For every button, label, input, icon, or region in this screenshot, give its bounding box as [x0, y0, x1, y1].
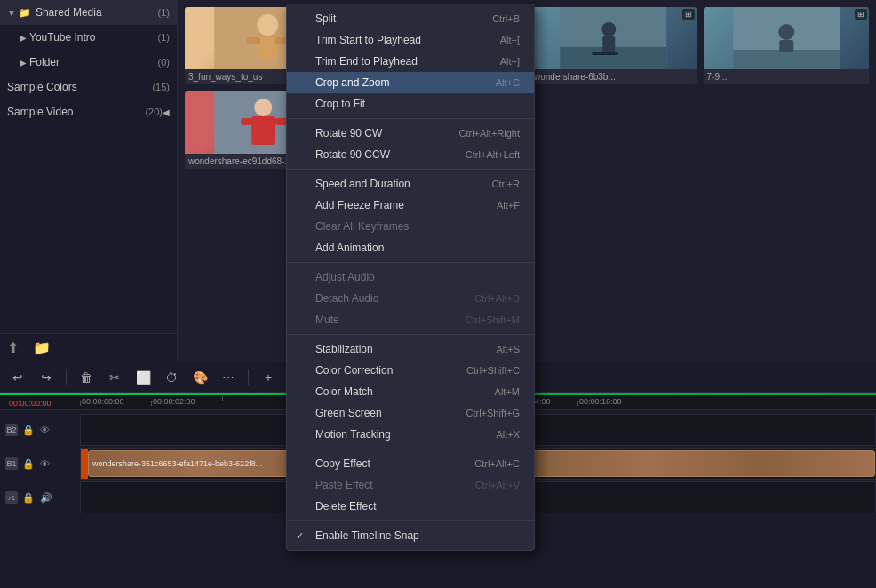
- ctx-mute-shortcut: Ctrl+Shift+M: [466, 314, 520, 325]
- ctx-color-match-label: Color Match: [315, 385, 474, 398]
- audio-1-lock[interactable]: 🔒: [21, 491, 36, 505]
- sidebar-item-sample-colors[interactable]: Sample Colors (15): [0, 75, 177, 99]
- audio-1-volume[interactable]: 🔊: [39, 491, 53, 505]
- ctx-trim-start-label: Trim Start to Playhead: [315, 34, 479, 46]
- import-media-button[interactable]: ⬆: [7, 339, 19, 356]
- ctx-add-animation-label: Add Animation: [315, 242, 498, 254]
- ctx-rotate-ccw[interactable]: Rotate 90 CCW Ctrl+Alt+Left: [287, 144, 534, 165]
- ctx-rotate-cw[interactable]: Rotate 90 CW Ctrl+Alt+Right: [287, 123, 534, 144]
- sidebar-label-folder: Folder: [29, 56, 155, 68]
- ctx-green-screen[interactable]: Green Screen Ctrl+Shift+G: [287, 402, 534, 424]
- more-button[interactable]: ⋯: [218, 367, 239, 388]
- ctx-trim-end[interactable]: Trim End to Playhead Alt+]: [287, 51, 534, 72]
- ctx-sep-4: [287, 334, 534, 335]
- ctx-color-match[interactable]: Color Match Alt+M: [287, 381, 534, 402]
- sidebar-item-youtube-intro[interactable]: ▶ YouTube Intro (1): [0, 25, 177, 50]
- ctx-freeze-frame[interactable]: Add Freeze Frame Alt+F: [287, 195, 534, 216]
- redo-button[interactable]: ↪: [36, 367, 57, 388]
- ctx-color-correction-label: Color Correction: [315, 364, 445, 377]
- ctx-trim-end-shortcut: Alt+]: [500, 56, 520, 67]
- ctx-speed-duration-label: Speed and Duration: [315, 178, 471, 190]
- ctx-split[interactable]: Split Ctrl+B: [287, 8, 534, 29]
- thumb-overlay-ws79: ⊞: [855, 9, 867, 20]
- ctx-green-screen-label: Green Screen: [315, 407, 444, 419]
- ctx-motion-tracking[interactable]: Motion Tracking Alt+X: [287, 424, 534, 445]
- sidebar-arrow-shared-media: ▼: [7, 8, 16, 18]
- ctx-mute-label: Mute: [315, 314, 444, 326]
- sidebar-item-shared-media[interactable]: ▼ 📁 Shared Media (1): [0, 0, 177, 25]
- cut-button[interactable]: ✂: [104, 367, 125, 388]
- track-1-clip-label: wondershare-351c6653-efa1471e-beb3-622f8…: [92, 459, 262, 468]
- track-2-eye[interactable]: 👁: [39, 424, 51, 436]
- undo-button[interactable]: ↩: [7, 367, 28, 388]
- sidebar-arrow-youtube: ▶: [20, 33, 27, 43]
- speed-button[interactable]: ⏱: [161, 367, 182, 388]
- track-1-lock[interactable]: 🔒: [21, 457, 36, 471]
- sidebar-count-youtube: (1): [158, 32, 170, 43]
- ctx-paste-effect: Paste Effect Ctrl+Alt+V: [287, 474, 534, 496]
- track-1-eye[interactable]: 👁: [39, 457, 51, 470]
- ctx-crop-zoom-label: Crop and Zoom: [315, 76, 474, 89]
- thumb-label-ws79: 7-9...: [704, 69, 870, 84]
- sidebar-item-folder[interactable]: ▶ Folder (0): [0, 50, 177, 75]
- ctx-crop-fit[interactable]: Crop to Fit: [287, 93, 534, 115]
- ctx-copy-effect-shortcut: Ctrl+Alt+C: [474, 458, 520, 469]
- ctx-green-screen-shortcut: Ctrl+Shift+G: [466, 408, 520, 418]
- delete-button[interactable]: 🗑: [76, 367, 97, 388]
- ctx-copy-effect-label: Copy Effect: [315, 457, 453, 470]
- sidebar-count-sample-video: (20): [145, 107, 163, 117]
- add-folder-button[interactable]: 📁: [33, 339, 51, 356]
- ctx-trim-start-shortcut: Alt+[: [500, 35, 520, 45]
- sidebar-item-sample-video[interactable]: Sample Video (20) ◀: [0, 99, 177, 124]
- ctx-sep-6: [287, 520, 534, 521]
- crop-button[interactable]: ⬜: [132, 367, 154, 388]
- ctx-enable-snap-label: Enable Timeline Snap: [315, 529, 498, 542]
- ctx-mute: Mute Ctrl+Shift+M: [287, 309, 534, 330]
- ctx-sep-2: [287, 169, 534, 170]
- ctx-paste-effect-label: Paste Effect: [315, 479, 454, 491]
- ctx-crop-fit-label: Crop to Fit: [315, 98, 498, 110]
- svg-rect-18: [779, 40, 793, 52]
- ctx-stabilization-shortcut: Alt+S: [496, 344, 520, 354]
- ctx-split-label: Split: [315, 12, 471, 25]
- sidebar-count-sample-colors: (15): [152, 82, 170, 92]
- ctx-trim-start[interactable]: Trim Start to Playhead Alt+[: [287, 29, 534, 51]
- ctx-speed-duration-shortcut: Ctrl+R: [492, 179, 520, 189]
- sidebar-label-youtube: YouTube Intro: [29, 31, 155, 44]
- ctx-speed-duration[interactable]: Speed and Duration Ctrl+R: [287, 173, 534, 195]
- sidebar-arrow-sample-video: ◀: [163, 107, 170, 117]
- track-2-lock[interactable]: 🔒: [21, 424, 36, 437]
- media-thumb-ws79[interactable]: ⊞ 7-9...: [704, 7, 870, 84]
- ctx-delete-effect[interactable]: Delete Effect: [287, 496, 534, 517]
- ctx-color-correction-shortcut: Ctrl+Shift+C: [466, 365, 520, 376]
- ctx-rotate-ccw-label: Rotate 90 CCW: [315, 148, 444, 161]
- ctx-crop-zoom[interactable]: Crop and Zoom Alt+C: [287, 72, 534, 93]
- ctx-copy-effect[interactable]: Copy Effect Ctrl+Alt+C: [287, 453, 534, 474]
- svg-point-1: [257, 14, 278, 36]
- track-1-start-marker: [81, 449, 88, 479]
- ruler-mark-1: 00:00:02:00: [151, 397, 222, 406]
- sidebar: ▼ 📁 Shared Media (1) ▶ YouTube Intro (1)…: [0, 0, 178, 362]
- context-menu: Split Ctrl+B Trim Start to Playhead Alt+…: [286, 4, 535, 551]
- color-button[interactable]: 🎨: [189, 367, 211, 388]
- ctx-stabilization-label: Stabilization: [315, 343, 474, 355]
- ctx-enable-snap[interactable]: ✓ Enable Timeline Snap: [287, 525, 534, 546]
- ctx-stabilization[interactable]: Stabilization Alt+S: [287, 338, 534, 360]
- svg-rect-22: [251, 116, 275, 145]
- svg-rect-16: [733, 50, 840, 69]
- ctx-split-shortcut: Ctrl+B: [492, 13, 520, 24]
- ctx-rotate-cw-label: Rotate 90 CW: [315, 127, 438, 139]
- media-thumb-ws6b[interactable]: ⊞ wondershare-6b3b...: [530, 7, 697, 84]
- svg-rect-23: [241, 118, 253, 125]
- track-2-controls: B2 🔒 👁: [0, 424, 80, 437]
- thumb-overlay-ws6b: ⊞: [682, 9, 695, 20]
- sidebar-bottom-icons: ⬆ 📁: [0, 333, 177, 362]
- add-track-button[interactable]: +: [258, 367, 279, 388]
- svg-point-17: [778, 24, 794, 40]
- ctx-color-correction[interactable]: Color Correction Ctrl+Shift+C: [287, 360, 534, 381]
- sidebar-count-shared-media: (1): [158, 7, 170, 18]
- audio-1-badge: ♪1: [5, 491, 18, 504]
- sidebar-count-folder: (0): [158, 57, 170, 68]
- thumb-img-ws6b: [530, 7, 697, 69]
- ctx-add-animation[interactable]: Add Animation: [287, 237, 534, 258]
